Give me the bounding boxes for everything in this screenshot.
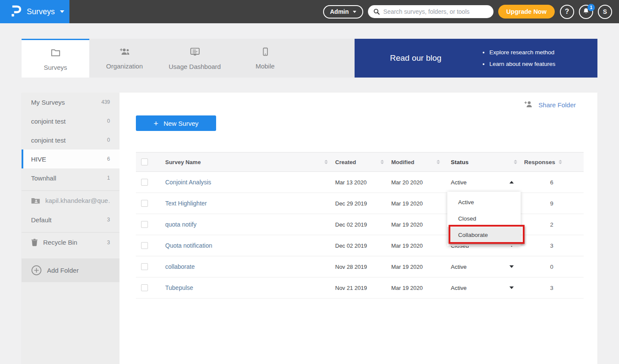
- sidebar-item-count: 0: [107, 137, 110, 143]
- sort-icon[interactable]: [380, 160, 384, 164]
- sidebar-item-kapil-khandekar-que[interactable]: kapil.khandekar@que…: [22, 190, 119, 210]
- tab-organization[interactable]: Organization: [89, 39, 160, 78]
- created-date: Dec 02 2019: [330, 243, 386, 249]
- sort-icon[interactable]: [437, 160, 440, 164]
- status-caret-icon: [509, 286, 514, 289]
- survey-name-link[interactable]: quota notify: [165, 221, 196, 228]
- sidebar-item-label: Townhall: [31, 174, 107, 182]
- column-header-responses[interactable]: Responses: [524, 159, 555, 165]
- row-checkbox[interactable]: [141, 200, 148, 207]
- sidebar-item-count: 1: [107, 175, 110, 181]
- upgrade-now-button[interactable]: Upgrade Now: [498, 5, 555, 19]
- sort-icon[interactable]: [559, 160, 562, 164]
- column-header-survey-name[interactable]: Survey Name: [165, 159, 201, 165]
- created-date: Nov 21 2019: [330, 285, 386, 291]
- banner-bullet: Explore research method: [489, 47, 555, 58]
- plus-circle-icon: [31, 265, 42, 276]
- tab-usage-dashboard[interactable]: Usage Dashboard: [160, 39, 230, 78]
- new-survey-label: New Survey: [163, 120, 198, 127]
- sidebar-item-add-folder[interactable]: Add Folder: [22, 258, 119, 282]
- search-input[interactable]: [368, 5, 493, 18]
- sidebar-item-count: 6: [107, 156, 110, 162]
- survey-name-link[interactable]: Quota notification: [165, 242, 212, 249]
- status-option-collaborate[interactable]: Collaborate: [447, 227, 521, 243]
- admin-menu-button[interactable]: Admin: [323, 5, 363, 19]
- survey-name-link[interactable]: Tubepulse: [165, 284, 193, 291]
- annotation-highlight-box: [449, 225, 525, 244]
- sidebar-item-conjoint-test[interactable]: conjoint test0: [22, 112, 119, 131]
- responses-count: 6: [520, 179, 584, 186]
- tab-surveys[interactable]: Surveys: [22, 39, 89, 78]
- notification-badge: 1: [588, 4, 595, 11]
- sidebar-item-label: Default: [31, 216, 107, 224]
- row-checkbox[interactable]: [141, 179, 148, 186]
- sidebar-item-count: 439: [101, 99, 110, 105]
- sidebar-item-count: 3: [107, 240, 110, 246]
- row-checkbox[interactable]: [141, 242, 148, 249]
- top-bar: Surveys Admin Upgrade Now ? 1 S: [0, 0, 619, 23]
- survey-name-link[interactable]: collaborate: [165, 263, 195, 270]
- search-icon: [373, 8, 380, 17]
- responses-count: 9: [520, 200, 584, 207]
- survey-name-link[interactable]: Conjoint Analysis: [165, 179, 211, 186]
- tabs-filler: [300, 39, 355, 78]
- product-switcher[interactable]: Surveys: [0, 0, 69, 23]
- sidebar-item-label: HIVE: [31, 156, 107, 163]
- row-checkbox[interactable]: [141, 284, 148, 291]
- tab-label: Usage Dashboard: [169, 63, 221, 70]
- organization-icon: [119, 47, 131, 59]
- sidebar-item-count: 0: [107, 118, 110, 124]
- tab-label: Mobile: [255, 62, 274, 70]
- new-survey-button[interactable]: + New Survey: [136, 115, 216, 131]
- sidebar-item-count: 3: [107, 217, 110, 223]
- row-checkbox[interactable]: [141, 221, 148, 228]
- sidebar-item-hive[interactable]: HIVE6: [22, 149, 119, 168]
- tab-mobile[interactable]: Mobile: [230, 39, 300, 78]
- modified-date: Mar 19 2020: [386, 264, 442, 270]
- sidebar: My Surveys439conjoint test0conjoint test…: [22, 93, 119, 364]
- banner-bullet-list: Explore research method Learn about new …: [482, 47, 555, 70]
- table-row: Tubepulse Nov 21 2019 Mar 19 2020 Active…: [136, 277, 584, 299]
- usage-dashboard-icon: [189, 46, 201, 59]
- help-button[interactable]: ?: [560, 5, 574, 19]
- share-folder-icon: [523, 100, 534, 110]
- mobile-icon: [260, 47, 270, 59]
- brand-product-label: Surveys: [27, 7, 55, 16]
- column-header-modified[interactable]: Modified: [391, 159, 414, 165]
- status-dropdown-trigger[interactable]: Active: [442, 264, 520, 270]
- blog-banner[interactable]: Read our blog Explore research method Le…: [355, 39, 597, 78]
- sidebar-item-label: conjoint test: [31, 118, 107, 125]
- sidebar-item-label: conjoint test: [31, 137, 107, 144]
- sidebar-item-recycle-bin[interactable]: Recycle Bin3: [22, 232, 119, 252]
- sidebar-item-label: Recycle Bin: [43, 239, 107, 246]
- sidebar-item-my-surveys[interactable]: My Surveys439: [22, 93, 119, 112]
- sidebar-item-townhall[interactable]: Townhall1: [22, 168, 119, 187]
- column-header-created[interactable]: Created: [335, 159, 356, 165]
- sort-icon[interactable]: [514, 160, 517, 164]
- modified-date: Mar 19 2020: [386, 200, 442, 207]
- select-all-checkbox[interactable]: [141, 159, 148, 165]
- created-date: Mar 13 2020: [330, 179, 386, 186]
- survey-name-link[interactable]: Text Highlighter: [165, 200, 207, 207]
- created-date: Dec 02 2019: [330, 221, 386, 228]
- notifications-button[interactable]: 1: [579, 5, 593, 19]
- status-option-closed[interactable]: Closed: [447, 211, 521, 227]
- row-checkbox[interactable]: [141, 263, 148, 270]
- status-dropdown-trigger[interactable]: Active: [442, 285, 520, 291]
- avatar[interactable]: S: [598, 5, 612, 19]
- sort-icon[interactable]: [324, 160, 328, 164]
- responses-count: 3: [520, 243, 584, 249]
- responses-count: 0: [520, 264, 584, 270]
- chevron-down-icon: [353, 11, 356, 13]
- status-dropdown-trigger[interactable]: Active: [442, 179, 520, 186]
- sidebar-item-conjoint-test[interactable]: conjoint test0: [22, 131, 119, 149]
- column-header-status[interactable]: Status: [451, 159, 468, 165]
- sidebar-item-default[interactable]: Default3: [22, 210, 119, 229]
- questionpro-logo-icon: [9, 4, 22, 19]
- share-folder-label: Share Folder: [538, 101, 576, 109]
- sidebar-item-label: Add Folder: [47, 267, 110, 274]
- admin-menu-label: Admin: [330, 8, 349, 15]
- share-folder-button[interactable]: Share Folder: [119, 93, 597, 110]
- modified-date: Mar 19 2020: [386, 243, 442, 249]
- status-option-active[interactable]: Active: [447, 194, 521, 211]
